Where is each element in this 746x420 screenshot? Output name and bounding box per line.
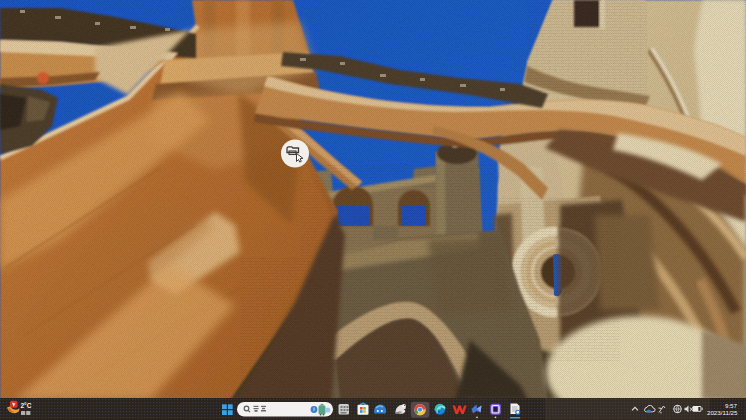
svg-text:9:57: 9:57 bbox=[725, 402, 738, 409]
svg-text:2023/11/25: 2023/11/25 bbox=[707, 409, 738, 416]
svg-text:2°C: 2°C bbox=[21, 402, 32, 409]
